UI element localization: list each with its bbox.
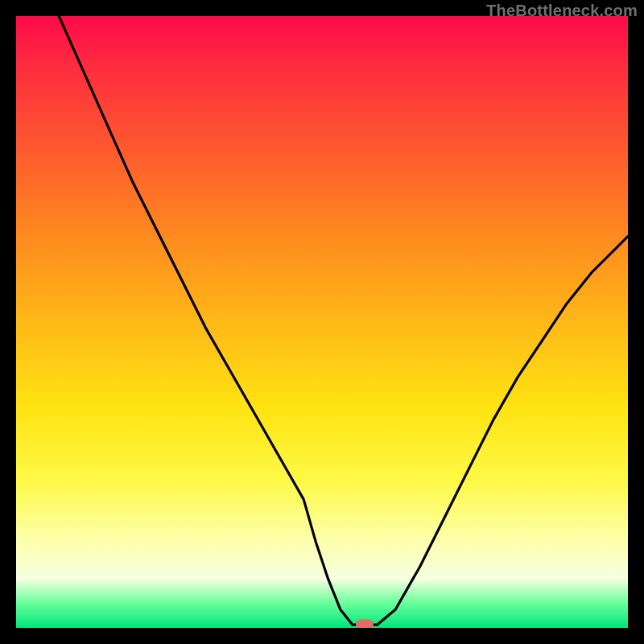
watermark-label: TheBottleneck.com <box>486 2 638 20</box>
chart-frame: TheBottleneck.com <box>0 0 644 644</box>
bottleneck-curve <box>16 16 628 628</box>
plot-area <box>16 16 628 628</box>
optimal-point-marker <box>356 620 374 628</box>
